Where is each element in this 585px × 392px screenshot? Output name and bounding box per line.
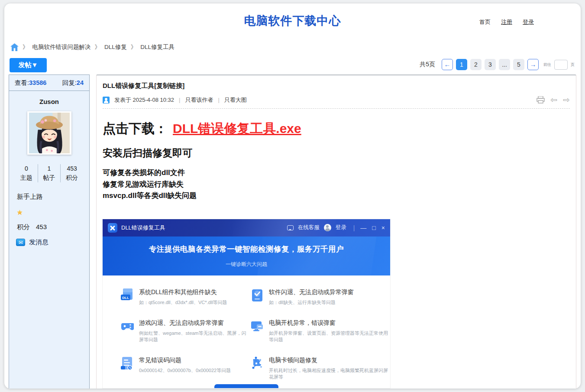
feature-title: 软件闪退、无法启动或异常弹窗 [269,288,354,296]
stat-points-value: 453 [61,164,83,173]
minimize-icon: — [360,224,366,231]
prev-thread-icon[interactable]: ⇦ [550,96,557,104]
stat-posts-value: 1 [38,164,61,173]
feature-title: 电脑开机异常，错误弹窗 [269,319,390,327]
only-images-link[interactable]: 只看大图 [224,96,247,104]
nav-register-link[interactable]: 注册 [501,18,512,26]
replies-count: 24 [77,79,84,86]
nav-home-link[interactable]: 首页 [479,18,491,26]
app-screenshot-image[interactable]: DLL错误修复工具 在线客服 登录 | — □ × [103,219,390,388]
feature-error-codes: 常见错误码问题 0x0000142、0x000007b、0x000022等问题 [121,356,251,380]
breadcrumb-separator: 》 [131,43,137,51]
page-button-2[interactable]: 2 [470,59,482,70]
avatar-illustration [29,113,70,153]
page-ellipsis: ... [499,59,510,70]
chat-bubble-icon [287,225,294,230]
body-line: 修复常见游戏运行库缺失 [103,179,570,191]
feature-desc: 如开机异常弹窗、设置页面、资源管理器等无法正常使用等问题 [269,330,390,343]
feature-grid: DLL 系统DLL组件和其他组件缺失 如：qt5core.dll、d3dx*.d… [103,275,390,380]
goto-page-input[interactable] [554,60,568,70]
pagination: 共5页 ← 1 2 3 ... 5 → 前往 页 [420,59,575,70]
author-sidebar: 查看:33586 回复:24 Zuson [9,75,90,389]
main-area: 查看:33586 回复:24 Zuson [9,75,576,389]
thread-stats-bar: 查看:33586 回复:24 [9,75,89,91]
stat-topics[interactable]: 0 主题 [15,164,38,182]
stat-points[interactable]: 453 积分 [60,164,83,182]
stat-posts-label: 帖子 [38,173,61,182]
page-card: 电脑软件下载中心 首页 注册 登录 》 电脑软件错误问题解决 》 DLL修复 》… [4,3,581,389]
home-icon[interactable] [10,43,19,51]
app-logo-icon [108,223,117,233]
scan-button-partial[interactable] [214,384,278,388]
svg-text:DLL: DLL [122,296,129,300]
post-content: DLL错误修复工具[复制链接] 发表于 2025-4-08 10:32 | 只看… [96,75,576,389]
feature-boot-error: 电脑开机异常，错误弹窗 如开机异常弹窗、设置页面、资源管理器等无法正常使用等问题 [251,319,390,343]
top-nav: 首页 注册 登录 [479,18,534,26]
points-label: 积分 [17,223,30,230]
post-subheading: 安装后扫描修复即可 [103,146,570,160]
only-author-link[interactable]: 只看该作者 [185,96,213,104]
feature-desc: 例如红警、wegame、steam等无法启动、黑屏，闪屏等问题 [139,330,251,343]
page-button-3[interactable]: 3 [485,59,496,70]
page-button-5[interactable]: 5 [513,59,524,70]
banner-subline: 一键诊断六大问题 [103,261,390,268]
print-icon[interactable] [537,96,545,104]
post-meta-bar: 发表于 2025-4-08 10:32 | 只看该作者 | 只看大图 ⇦ ⇨ [103,96,570,109]
envelope-icon: ✉ [16,239,25,246]
page-count-label: 共5页 [420,61,435,68]
new-post-button[interactable]: 发帖▼ [10,58,47,72]
breadcrumb-item-thread[interactable]: DLL修复工具 [140,43,175,51]
feature-app-crash: 软件闪退、无法启动或异常弹窗 如：dll缺失、运行库缺失等问题 [251,288,390,306]
replies-stat: 回复:24 [62,79,84,87]
error-list-icon [121,356,134,370]
stat-topics-label: 主题 [15,173,38,182]
feature-desc: 如：qt5core.dll、d3dx*.dll、VC*.dll等问题 [139,299,227,306]
rank-star-icon [17,210,23,215]
points-value: 453 [36,223,47,230]
chip-icon [251,356,264,370]
author-avatar[interactable] [27,111,71,155]
prev-page-button[interactable]: ← [442,59,453,70]
page-unit-label: 页 [571,62,575,68]
feature-desc: 如：dll缺失、运行库缺失等问题 [269,299,354,306]
app-titlebar: DLL错误修复工具 在线客服 登录 | — □ × [103,219,390,236]
breadcrumb: 》 电脑软件错误问题解决 》 DLL修复 》 DLL修复工具 [10,43,175,51]
download-heading: 点击下载：DLL错误修复工具.exe [103,120,570,138]
app-login-link: 登录 [336,224,346,231]
views-stat: 查看:33586 [15,79,46,87]
body-line: msvcp.dll等各类dll缺失问题 [103,190,570,202]
check-square-icon [251,288,264,302]
author-stats: 0 主题 1 帖子 453 积分 [15,164,83,182]
breadcrumb-separator: 》 [95,43,101,51]
feature-title: 游戏闪退、无法启动或异常弹窗 [139,319,251,327]
close-icon: × [381,224,385,231]
feature-lag-fix: 电脑卡顿问题修复 开机耗时过长，电脑相应速度慢，电脑频繁死机蓝屏闪屏花屏等 [251,356,390,380]
feature-title: 系统DLL组件和其他组件缺失 [139,288,227,296]
feature-desc: 开机耗时过长，电脑相应速度慢，电脑频繁死机蓝屏闪屏花屏等 [269,367,390,380]
breadcrumb-item-subforum[interactable]: DLL修复 [104,43,127,51]
feature-game-crash: 游戏闪退、无法启动或异常弹窗 例如红警、wegame、steam等无法启动、黑屏… [121,319,251,343]
breadcrumb-item-forum[interactable]: 电脑软件错误问题解决 [32,43,91,51]
post-body: 可修复各类损坏的dll文件 修复常见游戏运行库缺失 msvcp.dll等各类dl… [103,167,570,202]
views-count: 33586 [29,79,46,86]
download-exe-link[interactable]: DLL错误修复工具.exe [173,121,301,136]
login-avatar-icon [324,224,331,231]
monitor-icon [251,319,264,333]
gamepad-icon [121,319,134,333]
author-rank: 新手上路 [17,193,83,201]
app-banner: 专注提供电脑各类异常一键智能检测修复，服务万千用户 一键诊断六大问题 [103,236,390,275]
author-username[interactable]: Zuson [15,98,83,105]
author-icon [103,97,110,104]
body-line: 可修复各类损坏的dll文件 [103,167,570,179]
next-thread-icon[interactable]: ⇨ [563,96,570,104]
send-message-button[interactable]: ✉ 发消息 [16,238,83,246]
feature-title: 常见错误码问题 [139,356,231,364]
goto-page-label: 前往 [543,62,551,68]
page-button-1[interactable]: 1 [456,59,467,70]
next-page-button[interactable]: → [527,59,539,70]
feature-title: 电脑卡顿问题修复 [269,356,390,364]
nav-login-link[interactable]: 登录 [523,18,534,26]
feature-dll-missing: DLL 系统DLL组件和其他组件缺失 如：qt5core.dll、d3dx*.d… [121,288,251,306]
author-points-row: 积分453 [17,223,83,231]
stat-posts[interactable]: 1 帖子 [38,164,61,182]
